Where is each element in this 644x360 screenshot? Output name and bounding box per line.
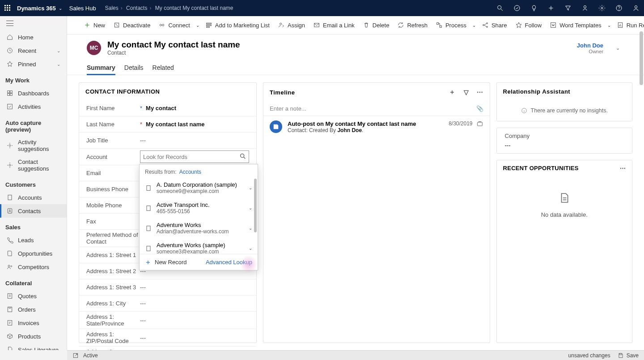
avatar: MC [87,41,101,55]
search-icon[interactable] [239,153,246,160]
field-row[interactable]: Address 1: State/Province--- [79,312,256,329]
timeline-note-input[interactable]: Enter a note... 📎 [263,102,489,116]
scrollbar[interactable] [640,31,643,349]
app-launcher-icon[interactable] [4,5,11,11]
nav-dashboards[interactable]: Dashboards [0,86,67,100]
brand-label[interactable]: Dynamics 365 [17,5,56,12]
cmd-connect[interactable]: Connect [154,19,194,31]
cmd-assign[interactable]: Assign [274,19,309,31]
cmd-share[interactable]: Share [478,19,511,31]
nav-orders[interactable]: Orders [0,303,67,316]
nav-recent[interactable]: Recent⌄ [0,44,67,57]
tab-related[interactable]: Related [153,61,174,75]
field-row[interactable]: Address 1: ZIP/Postal Code--- [79,329,256,347]
help-icon[interactable] [615,4,623,12]
field-row[interactable]: Last Name*My contact last name [79,116,256,133]
nav-accounts[interactable]: Accounts [0,191,67,204]
cmd-new[interactable]: New [80,19,109,31]
field-row[interactable]: Address 1: Country/Region--- [79,347,256,350]
nav-opportunities[interactable]: Opportunities [0,247,67,260]
hub-label[interactable]: Sales Hub [69,5,96,12]
nav-activity-suggestions[interactable]: Activity suggestions [0,136,67,155]
task-check-icon[interactable] [513,4,521,12]
owner-name: John Doe [577,42,603,49]
nav-pinned[interactable]: Pinned⌄ [0,57,67,71]
nav-home[interactable]: Home [0,30,67,44]
breadcrumb-item[interactable]: My contact My contact last name [155,5,233,11]
lookup-result[interactable]: Adventure WorksAdrian@adventure-works.co… [140,218,258,238]
save-button[interactable]: Save [618,352,639,359]
nav-products[interactable]: Products [0,330,67,343]
timeline-more-icon[interactable]: ⋯ [477,89,483,96]
recent-opps-title: RECENT OPPORTUNITIES [503,165,579,171]
nav-leads[interactable]: Leads [0,233,67,247]
tab-details[interactable]: Details [124,61,144,75]
cmd-refresh[interactable]: Refresh [393,19,432,31]
field-value[interactable]: My contact last name [146,121,249,128]
cmd-add-to-marketing-list[interactable]: Add to Marketing List [201,19,274,31]
tab-summary[interactable]: Summary [87,61,115,75]
cmd-chevron[interactable]: ⌄ [606,20,613,30]
field-row[interactable]: First Name*My contact [79,100,256,116]
nav-competitors[interactable]: Competitors [0,260,67,274]
lookup-result[interactable]: A. Datum Corporation (sample)someone9@ex… [140,178,258,198]
nav-quotes[interactable]: Quotes [0,289,67,303]
nav-activities[interactable]: Activities [0,100,67,113]
cmd-run-report[interactable]: Run Report [613,19,644,31]
flyout-scrollbar[interactable] [254,179,257,232]
lookup-result[interactable]: Active Transport Inc.465-555-0156⌄ [140,198,258,218]
nav-toggle-button[interactable] [0,16,67,30]
breadcrumb-item[interactable]: Contacts [126,5,147,11]
filter-icon[interactable] [564,4,572,12]
field-row[interactable]: Job Title--- [79,133,256,149]
field-value[interactable]: --- [140,284,249,291]
lookup-result[interactable]: Adventure Works (sample)someone3@example… [140,238,258,254]
field-label: Address 1: Street 2 [86,268,140,274]
nav-group-title: Collateral [0,274,67,289]
breadcrumb-item[interactable]: Sales [105,5,119,11]
cmd-process[interactable]: Process [432,19,470,31]
advanced-lookup-link[interactable]: Advanced Lookup [206,259,252,266]
new-record-button[interactable]: New Record [145,259,187,266]
nav-contact-suggestions[interactable]: Contact suggestions [0,155,67,175]
timeline-filter-icon[interactable]: ▽ [464,89,469,96]
brand-chevron-icon[interactable]: ⌄ [59,6,62,11]
svg-point-17 [9,164,11,166]
nav-contacts[interactable]: Contacts [0,204,67,218]
cmd-email-a-link[interactable]: Email a Link [309,19,359,31]
field-value[interactable]: --- [140,300,249,307]
attachment-icon[interactable]: 📎 [476,105,483,112]
assistant-icon[interactable] [581,4,589,12]
cmd-follow[interactable]: Follow [511,19,546,31]
field-value[interactable]: --- [140,334,249,341]
user-icon[interactable] [632,4,640,12]
popout-icon[interactable] [72,352,79,359]
field-value[interactable]: --- [140,317,249,324]
search-icon[interactable] [496,4,504,12]
company-value[interactable]: --- [505,142,624,149]
svg-rect-15 [8,104,13,109]
gear-icon[interactable] [598,4,606,12]
account-lookup-input[interactable] [140,150,249,163]
cmd-word-templates[interactable]: Word Templates [546,19,605,31]
field-row[interactable]: Address 1: Street 3--- [79,279,256,296]
timeline-post[interactable]: Auto-post on My contact My contact last … [263,116,489,138]
post-open-icon[interactable] [476,120,483,128]
cmd-chevron[interactable]: ⌄ [470,20,478,30]
results-from-link[interactable]: Accounts [179,169,201,175]
field-value[interactable]: My contact [146,105,249,111]
owner-block[interactable]: John Doe Owner [577,42,603,54]
cmd-chevron[interactable]: ⌄ [194,20,201,30]
nav-sales-literature[interactable]: Sales Literature [0,343,67,350]
field-row[interactable]: Address 1: City--- [79,296,256,312]
svg-line-32 [115,24,118,26]
recent-opps-more-icon[interactable]: ⋯ [620,165,626,171]
cmd-delete[interactable]: Delete [359,19,394,31]
lightbulb-icon[interactable] [530,4,538,12]
field-value[interactable]: --- [140,137,249,144]
nav-invoices[interactable]: Invoices [0,316,67,330]
plus-icon[interactable] [547,4,555,12]
cmd-deactivate[interactable]: Deactivate [109,19,154,31]
header-chevron-icon[interactable]: ⌄ [616,45,620,51]
timeline-add-icon[interactable]: ＋ [449,88,456,96]
